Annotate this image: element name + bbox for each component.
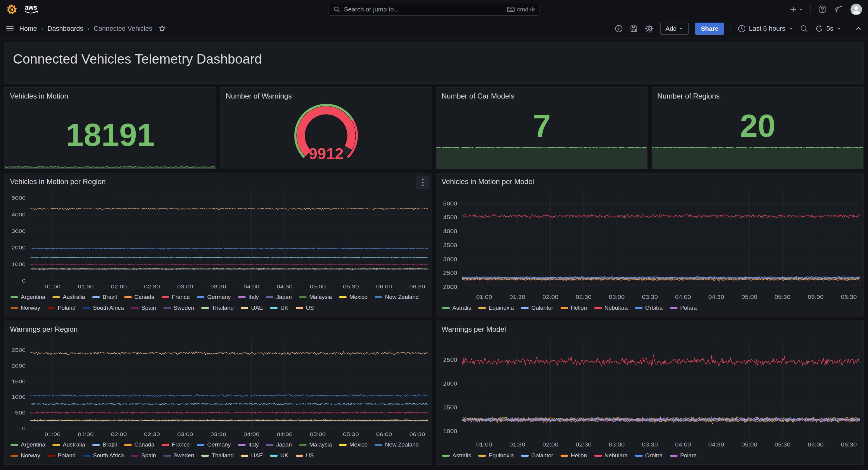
legend-item-italy[interactable]: Italy (238, 292, 259, 302)
help-button[interactable] (818, 5, 827, 14)
stat-sparkline (652, 147, 863, 169)
panel-title[interactable]: Warnings per Region (4, 321, 432, 334)
legend-item-polara[interactable]: Polara (670, 303, 697, 312)
legend-swatch (594, 455, 602, 457)
collapse-toolbar-button[interactable] (855, 25, 862, 32)
legend-item-germany[interactable]: Germany (197, 440, 230, 449)
legend-item-canada[interactable]: Canada (124, 292, 155, 302)
dashboard-settings-button[interactable] (645, 24, 654, 33)
legend-swatch (478, 307, 486, 309)
panel-title[interactable]: Number of Car Models (436, 88, 648, 100)
legend-swatch (10, 307, 18, 309)
grafana-logo-icon[interactable] (6, 4, 18, 15)
legend-item-norway[interactable]: Norway (10, 303, 40, 312)
refresh-picker[interactable]: 5s (815, 24, 841, 33)
legend-item-south-africa[interactable]: South Africa (83, 303, 124, 312)
time-series-plot[interactable] (4, 187, 432, 292)
legend-swatch (53, 296, 60, 298)
legend-item-uae[interactable]: UAE (241, 451, 263, 460)
legend-item-uk[interactable]: UK (270, 303, 288, 312)
legend-swatch (561, 307, 568, 309)
legend-item-nebulara[interactable]: Nebulara (594, 451, 628, 460)
zoom-out-time-button[interactable] (800, 24, 808, 33)
legend-item-spain[interactable]: Spain (131, 303, 156, 312)
user-avatar[interactable] (850, 4, 862, 15)
legend-swatch (161, 296, 169, 298)
legend-item-france[interactable]: France (161, 440, 190, 449)
legend-item-astralis[interactable]: Astralis (442, 303, 471, 312)
legend-item-thailand[interactable]: Thailand (201, 451, 234, 460)
legend-item-orbitra[interactable]: Orbitra (635, 451, 663, 460)
legend-item-malaysia[interactable]: Malaysia (299, 292, 332, 302)
legend-item-astralis[interactable]: Astralis (442, 451, 471, 460)
legend-item-spain[interactable]: Spain (131, 451, 156, 460)
panel-title[interactable]: Vehicles in Motion per Region (4, 173, 432, 186)
share-button[interactable]: Share (695, 23, 724, 35)
time-range-picker[interactable]: Last 6 hours (738, 24, 793, 33)
legend-label: Nebulara (604, 303, 628, 312)
legend-item-canada[interactable]: Canada (124, 440, 155, 449)
legend-item-poland[interactable]: Poland (47, 303, 75, 312)
legend-item-australia[interactable]: Australia (53, 292, 85, 302)
panel-info-button[interactable] (615, 24, 623, 33)
legend-item-new-zealand[interactable]: New Zealand (375, 292, 418, 302)
legend-item-polara[interactable]: Polara (670, 451, 697, 460)
save-dashboard-button[interactable] (629, 24, 638, 33)
legend-label: France (172, 292, 190, 302)
legend-item-australia[interactable]: Australia (53, 440, 85, 449)
panel-title[interactable]: Number of Warnings (220, 88, 432, 100)
legend-item-japan[interactable]: Japan (266, 440, 292, 449)
legend-item-argentina[interactable]: Argentina (10, 292, 45, 302)
legend-label: Orbitra (645, 451, 663, 460)
panel-title[interactable]: Vehicles in Motion (4, 88, 216, 100)
legend-item-south-africa[interactable]: South Africa (83, 451, 124, 460)
favorite-star-icon[interactable] (158, 25, 166, 33)
legend-item-malaysia[interactable]: Malaysia (299, 440, 332, 449)
legend-item-norway[interactable]: Norway (10, 451, 40, 460)
legend-item-mexico[interactable]: Mexico (339, 292, 367, 302)
legend-swatch (296, 455, 303, 457)
legend-item-helion[interactable]: Helion (561, 451, 587, 460)
panel-title[interactable]: Vehicles in Motion per Model (436, 173, 864, 186)
legend-item-helion[interactable]: Helion (561, 303, 587, 312)
legend-item-sweden[interactable]: Sweden (163, 451, 194, 460)
legend-item-new-zealand[interactable]: New Zealand (375, 440, 418, 449)
time-series-plot[interactable] (436, 187, 864, 303)
add-panel-button[interactable]: Add (660, 23, 689, 35)
legend-item-poland[interactable]: Poland (47, 451, 75, 460)
news-rss-button[interactable] (834, 5, 843, 14)
legend-item-us[interactable]: US (296, 303, 314, 312)
legend-item-japan[interactable]: Japan (266, 292, 292, 302)
breadcrumb-dashboards[interactable]: Dashboards (47, 25, 83, 33)
legend-label: Norway (21, 303, 40, 312)
legend-item-thailand[interactable]: Thailand (201, 303, 234, 312)
legend-item-us[interactable]: US (296, 451, 314, 460)
add-menu-button[interactable] (789, 5, 803, 13)
legend-item-brazil[interactable]: Brazil (92, 440, 117, 449)
time-series-plot[interactable] (436, 334, 864, 450)
panel-title[interactable]: Warnings per Model (436, 321, 864, 334)
legend-item-equinoxia[interactable]: Equinoxia (478, 303, 514, 312)
legend-item-argentina[interactable]: Argentina (10, 440, 45, 449)
legend-item-mexico[interactable]: Mexico (339, 440, 367, 449)
legend-swatch (10, 444, 18, 446)
breadcrumb-home[interactable]: Home (19, 25, 37, 33)
legend-swatch (561, 455, 568, 457)
legend-item-nebulara[interactable]: Nebulara (594, 303, 628, 312)
legend-item-sweden[interactable]: Sweden (163, 303, 194, 312)
legend-item-brazil[interactable]: Brazil (92, 292, 117, 302)
search-input[interactable]: Search or jump to... cmd+k (329, 3, 539, 15)
stat-value: 7 (533, 110, 551, 142)
menu-toggle-button[interactable] (6, 25, 14, 32)
legend-item-france[interactable]: France (161, 292, 190, 302)
legend-item-galantor[interactable]: Galantor (521, 451, 553, 460)
legend-item-uae[interactable]: UAE (241, 303, 263, 312)
legend-item-italy[interactable]: Italy (238, 440, 259, 449)
time-series-plot[interactable] (4, 334, 432, 440)
panel-title[interactable]: Number of Regions (652, 88, 864, 100)
legend-item-uk[interactable]: UK (270, 451, 288, 460)
legend-item-orbitra[interactable]: Orbitra (635, 303, 663, 312)
legend-item-galantor[interactable]: Galantor (521, 303, 553, 312)
legend-item-germany[interactable]: Germany (197, 292, 230, 302)
legend-item-equinoxia[interactable]: Equinoxia (478, 451, 514, 460)
